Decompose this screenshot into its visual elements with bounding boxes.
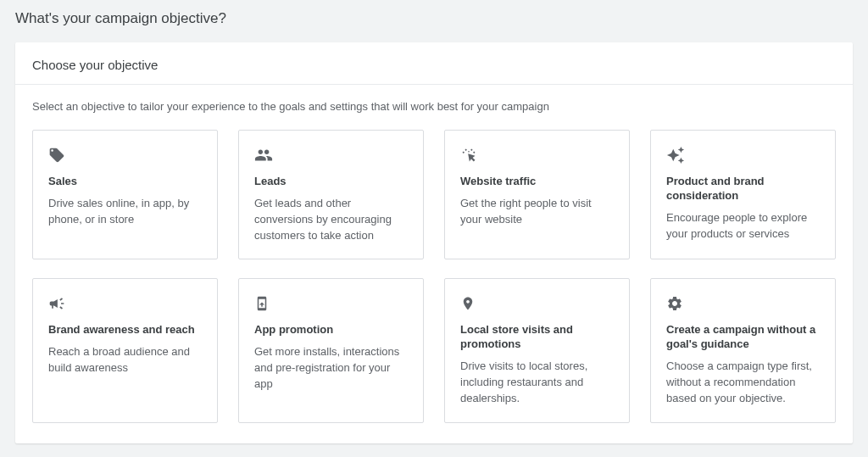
objective-description: Reach a broad audience and build awarene… [48,344,202,376]
objective-title: Website traffic [460,175,614,189]
page-title: What's your campaign objective? [15,10,853,27]
objective-app-promotion[interactable]: App promotion Get more installs, interac… [238,278,424,422]
objective-title: Leads [254,175,408,189]
objective-panel: Choose your objective Select an objectiv… [15,42,853,443]
objective-description: Get leads and other conversions by encou… [254,196,408,244]
people-icon [254,144,408,166]
objective-description: Get more installs, interactions and pre-… [254,344,408,393]
tag-icon [48,144,202,166]
objective-description: Get the right people to visit your websi… [460,196,614,228]
objective-title: Sales [48,175,202,189]
objective-local-store[interactable]: Local store visits and promotions Drive … [444,278,630,422]
gear-icon [666,293,820,315]
objective-brand-awareness[interactable]: Brand awareness and reach Reach a broad … [32,278,218,422]
objective-description: Drive visits to local stores, including … [460,359,614,407]
objective-no-goal[interactable]: Create a campaign without a goal's guida… [650,278,836,422]
objective-website-traffic[interactable]: Website traffic Get the right people to … [444,130,630,259]
objective-title: Local store visits and promotions [460,323,614,352]
objective-description: Encourage people to explore your product… [666,210,820,242]
sparkle-icon [666,144,820,166]
phone-app-icon [254,293,408,315]
panel-heading: Choose your objective [15,42,853,85]
click-icon [460,144,614,166]
panel-help-text: Select an objective to tailor your exper… [32,100,836,113]
objective-sales[interactable]: Sales Drive sales online, in app, by pho… [32,130,218,259]
megaphone-icon [48,293,202,315]
objective-description: Choose a campaign type first, without a … [666,359,820,407]
objective-title: Product and brand consideration [666,175,820,203]
objective-description: Drive sales online, in app, by phone, or… [48,196,202,228]
objective-leads[interactable]: Leads Get leads and other conversions by… [238,130,424,259]
objective-title: Create a campaign without a goal's guida… [666,323,820,352]
objective-product-brand[interactable]: Product and brand consideration Encourag… [650,130,836,259]
objectives-grid: Sales Drive sales online, in app, by pho… [32,130,836,423]
objective-title: App promotion [254,323,408,337]
location-pin-icon [460,293,614,315]
objective-title: Brand awareness and reach [48,323,202,337]
